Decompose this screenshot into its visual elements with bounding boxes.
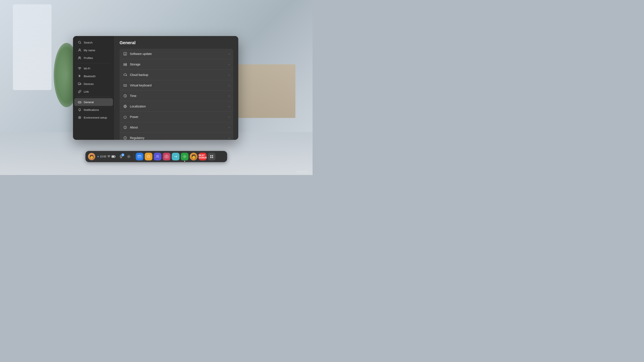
chevron-right-icon: › [228,52,230,55]
settings-row-time[interactable]: Time › [120,91,233,101]
software-update-label: Software update [130,52,152,55]
settings-row-software-update[interactable]: Software update › [120,49,233,59]
chevron-right-icon: › [228,115,230,119]
settings-row-cloud-backup[interactable]: Cloud backup › [120,70,233,80]
avatar2-emoji: 🧑 [191,154,196,159]
svg-point-34 [108,157,109,158]
connection-dot [98,156,99,157]
taskbar-separator [134,154,134,160]
svg-rect-40 [138,155,140,156]
svg-rect-44 [165,155,168,158]
taskbar-app-beat-saber[interactable]: BEATSABER [199,153,206,160]
sidebar-item-general-label: General [84,101,94,104]
sidebar-item-devices[interactable]: Devices [74,80,113,88]
taskbar-app-arrow[interactable] [172,153,180,160]
cloud-backup-label: Cloud backup [130,73,148,76]
taskbar-app-settings[interactable] [181,153,188,160]
taskbar-notification-bell[interactable]: 10 [118,153,124,160]
taskbar-app-avatar2[interactable]: 🧑 [190,153,198,160]
settings-row-about[interactable]: About › [120,122,233,133]
svg-point-37 [128,156,130,157]
time-label: Time [130,94,136,98]
virtual-keyboard-label: Virtual keyboard [130,84,152,87]
svg-point-4 [80,57,81,58]
beat-saber-label: BEATSABER [198,154,207,159]
taskbar-time-section: 10:00 [96,155,116,158]
taskbar-avatar[interactable]: 🧑 [88,153,95,160]
svg-rect-48 [212,155,213,156]
taskbar-app-grid[interactable] [208,153,216,160]
globe-icon [123,104,127,108]
localization-label: Localization [130,105,146,108]
taskbar-app-social[interactable] [154,153,162,160]
sidebar-divider-1 [76,63,111,63]
keyboard-icon [123,83,127,87]
sidebar-item-link-label: Link [84,90,89,93]
settings-row-power[interactable]: Power › [120,112,233,122]
taskbar-gear[interactable] [126,153,132,160]
taskbar-app-store[interactable] [145,153,152,160]
svg-point-18 [126,64,126,64]
page-title: General [120,40,233,45]
regulatory-label: Regulatory [130,136,144,140]
svg-rect-47 [210,155,212,156]
svg-point-19 [126,65,126,65]
sidebar-item-environment-setup-label: Environment setup [84,116,107,119]
storage-icon [123,62,127,66]
svg-point-43 [158,155,159,157]
svg-rect-49 [210,157,212,158]
sidebar-item-wifi[interactable]: Wi-Fi [74,64,113,72]
download-icon [123,52,127,56]
taskbar-app-photo[interactable] [163,153,170,160]
svg-point-14 [79,117,80,118]
sidebar-item-my-name-label: My name [84,49,95,52]
sidebar-item-profiles-label: Profiles [84,56,93,60]
sidebar-item-general[interactable]: General [74,98,113,106]
profiles-icon [78,56,82,60]
settings-row-storage[interactable]: Storage › [120,59,233,70]
settings-window: Search My name Profiles [73,36,238,140]
svg-rect-6 [78,83,80,84]
wifi-status-icon [107,155,110,158]
svg-rect-50 [212,157,213,158]
chevron-right-icon: › [228,105,230,108]
svg-point-42 [156,155,158,157]
settings-row-virtual-keyboard[interactable]: Virtual keyboard › [120,80,233,91]
battery-icon [112,155,116,158]
sidebar-item-devices-label: Devices [84,82,94,86]
sidebar-item-my-name[interactable]: My name [74,46,113,54]
active-dot [184,161,185,162]
settings-row-virtual-keyboard-left: Virtual keyboard [123,83,152,87]
settings-row-regulatory[interactable]: Regulatory › [120,133,233,140]
sidebar-item-search[interactable]: Search [74,39,113,46]
settings-row-storage-left: Storage [123,62,140,66]
chevron-right-icon: › [228,94,230,98]
settings-row-regulatory-left: Regulatory [123,136,144,140]
chevron-right-icon: › [228,126,230,129]
cloud-icon [123,73,127,77]
sidebar-item-bluetooth[interactable]: Bluetooth [74,72,113,80]
taskbar-app-browser[interactable] [136,153,144,160]
sidebar-item-bluetooth-label: Bluetooth [84,75,96,78]
about-label: About [130,126,138,129]
sidebar-item-profiles[interactable]: Profiles [74,54,113,62]
power-label: Power [130,115,138,119]
power-icon [123,115,127,119]
vr-icon [78,100,82,104]
svg-point-46 [184,156,185,157]
main-content: General Software update › [114,36,238,140]
settings-list: Software update › Storage [120,49,233,140]
settings-row-time-left: Time [123,94,136,98]
sidebar-item-notifications[interactable]: Notifications [74,106,113,114]
svg-point-12 [80,102,80,103]
svg-rect-10 [78,101,81,103]
settings-row-localization[interactable]: Localization › [120,101,233,112]
storage-label: Storage [130,63,140,66]
sidebar-item-link[interactable]: Link [74,88,113,95]
svg-rect-36 [112,156,114,157]
sidebar-item-environment-setup[interactable]: Environment setup [74,114,113,121]
bg-furniture-decoration [231,64,296,118]
svg-point-33 [125,138,125,139]
bell-icon [78,108,82,112]
info-icon [123,125,127,129]
